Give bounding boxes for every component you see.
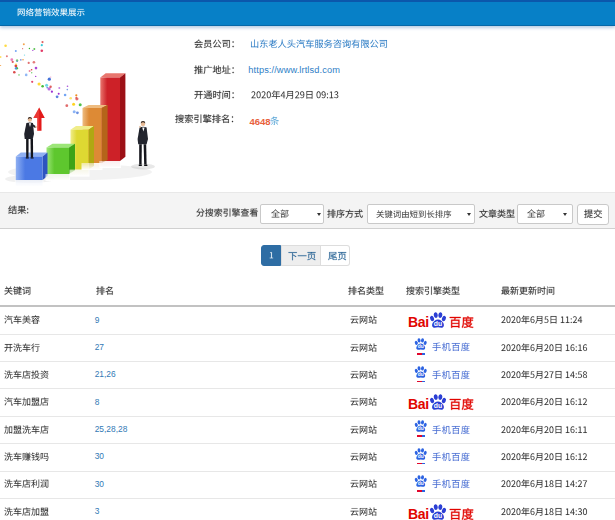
svg-text:du: du (418, 454, 424, 459)
svg-text:du: du (418, 427, 424, 432)
svg-text:du: du (434, 402, 442, 409)
svg-text:du: du (418, 345, 424, 350)
svg-text:du: du (434, 511, 442, 518)
svg-text:du: du (418, 481, 424, 486)
svg-text:du: du (418, 372, 424, 377)
svg-text:du: du (434, 320, 442, 327)
